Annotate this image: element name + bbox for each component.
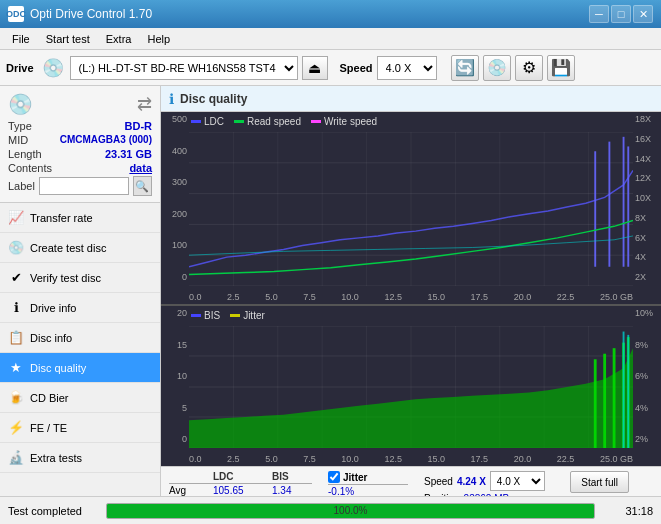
speed-label: Speed [424,476,453,487]
disc-contents-label: Contents [8,162,52,174]
maximize-button[interactable]: □ [611,5,631,23]
write-speed-label: Write speed [324,116,377,127]
disc-contents-row: Contents data [8,162,152,174]
write-speed-color [311,120,321,123]
nav-transfer-rate[interactable]: 📈 Transfer rate [0,203,160,233]
x-label-0: 0.0 [189,292,202,302]
charts-container: LDC Read speed Write speed 500 400 30 [161,112,661,466]
jitter-color [230,314,240,317]
progress-container: 100.0% [106,503,595,519]
status-bar: Test completed 100.0% 31:18 [0,496,661,524]
read-speed-color [234,120,244,123]
ldc-legend: LDC [191,116,224,127]
x2-label-15: 15.0 [428,454,446,464]
app-icon: ODC [8,6,24,22]
x2-label-25: 25.0 GB [600,454,633,464]
y-right-12x: 12X [635,173,651,183]
x2-label-12-5: 12.5 [384,454,402,464]
chart2: BIS Jitter 20 15 10 5 0 10 [161,306,661,466]
nav-verify-test[interactable]: ✔ Verify test disc [0,263,160,293]
disc-length-row: Length 23.31 GB [8,148,152,160]
menu-extra[interactable]: Extra [98,31,140,47]
refresh-button[interactable]: 🔄 [451,55,479,81]
bis-color [191,314,201,317]
disc-arrows-icon: ⇄ [137,93,152,115]
x2-label-22-5: 22.5 [557,454,575,464]
stats-empty-header [169,471,209,482]
y2-right-6pct: 6% [635,371,648,381]
disc-label-input[interactable] [39,177,129,195]
jitter-checkbox[interactable] [328,471,340,483]
nav-drive-info[interactable]: ℹ Drive info [0,293,160,323]
bis-legend: BIS [191,310,220,321]
disc-contents-value[interactable]: data [129,162,152,174]
disc-label-button[interactable]: 🔍 [133,176,152,196]
jitter-legend: Jitter [230,310,265,321]
x-label-20: 20.0 [514,292,532,302]
settings-button[interactable]: ⚙ [515,55,543,81]
chart2-legend: BIS Jitter [191,310,265,321]
speed-value: 4.24 X [457,476,486,487]
disc-icon-area: 💿 [8,92,33,116]
y2-label-5: 5 [182,403,187,413]
disc-button[interactable]: 💿 [483,55,511,81]
nav-disc-info-label: Disc info [30,332,72,344]
x2-label-17-5: 17.5 [471,454,489,464]
speed-select-stats[interactable]: 4.0 X [490,471,545,491]
cd-bier-icon: 🍺 [8,390,24,406]
disc-type-row: Type BD-R [8,120,152,132]
read-speed-legend: Read speed [234,116,301,127]
nav-drive-info-label: Drive info [30,302,76,314]
y2-right-8pct: 8% [635,340,648,350]
start-full-button[interactable]: Start full [570,471,629,493]
minimize-button[interactable]: ─ [589,5,609,23]
nav-disc-quality[interactable]: ★ Disc quality [0,353,160,383]
nav-extra-tests[interactable]: 🔬 Extra tests [0,443,160,473]
disc-type-value: BD-R [125,120,153,132]
app-title: Opti Drive Control 1.70 [30,7,152,21]
disc-mid-label: MID [8,134,28,146]
drive-select[interactable]: (L:) HL-DT-ST BD-RE WH16NS58 TST4 [70,56,298,80]
titlebar-left: ODC Opti Drive Control 1.70 [8,6,152,22]
titlebar: ODC Opti Drive Control 1.70 ─ □ ✕ [0,0,661,28]
speed-label: Speed [340,62,373,74]
drive-label: Drive [6,62,34,74]
verify-test-icon: ✔ [8,270,24,286]
save-button[interactable]: 💾 [547,55,575,81]
jitter-header-label: Jitter [343,472,367,483]
eject-button[interactable]: ⏏ [302,56,328,80]
y-label-500: 500 [172,114,187,124]
y-label-400: 400 [172,146,187,156]
y-label-300: 300 [172,177,187,187]
x-label-5: 5.0 [265,292,278,302]
menu-file[interactable]: File [4,31,38,47]
drive-icon: 💿 [42,57,64,79]
stats-headers: LDC BIS [169,471,312,484]
menu-start-test[interactable]: Start test [38,31,98,47]
close-button[interactable]: ✕ [633,5,653,23]
x2-label-20: 20.0 [514,454,532,464]
ldc-color [191,120,201,123]
y-right-2x: 2X [635,272,646,282]
nav-create-test[interactable]: 💿 Create test disc [0,233,160,263]
speed-select[interactable]: 4.0 X [377,56,437,80]
menu-help[interactable]: Help [139,31,178,47]
y2-right-2pct: 2% [635,434,648,444]
x2-label-10: 10.0 [341,454,359,464]
disc-type-label: Type [8,120,32,132]
chart2-y-left: 20 15 10 5 0 [161,306,189,446]
quality-header: ℹ Disc quality [161,86,661,112]
nav-fe-te[interactable]: ⚡ FE / TE [0,413,160,443]
x-label-7-5: 7.5 [303,292,316,302]
ldc-col-header: LDC [213,471,268,482]
chart1-y-right: 18X 16X 14X 12X 10X 8X 6X 4X 2X [633,112,661,284]
nav-cd-bier[interactable]: 🍺 CD Bier [0,383,160,413]
chart2-x-axis: 0.0 2.5 5.0 7.5 10.0 12.5 15.0 17.5 20.0… [189,454,633,464]
y-label-0: 0 [182,272,187,282]
nav-disc-info[interactable]: 📋 Disc info [0,323,160,353]
y2-label-15: 15 [177,340,187,350]
chart1-y-left: 500 400 300 200 100 0 [161,112,189,284]
x-label-15: 15.0 [428,292,446,302]
x2-label-0: 0.0 [189,454,202,464]
nav-disc-quality-label: Disc quality [30,362,86,374]
